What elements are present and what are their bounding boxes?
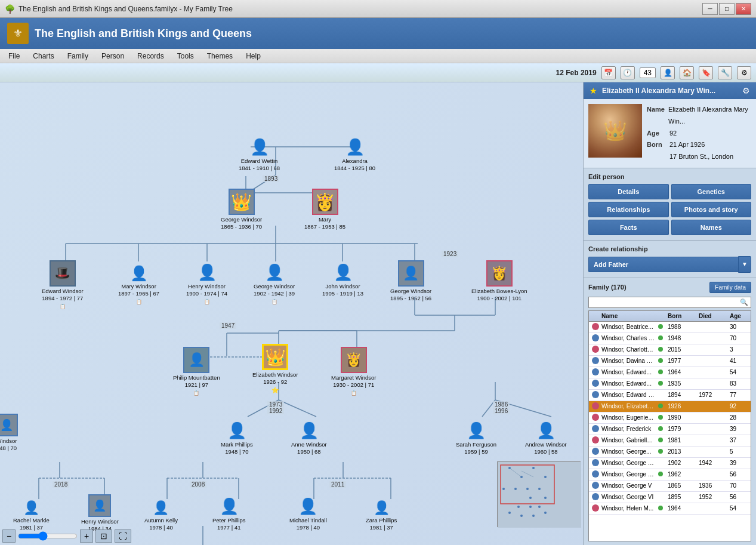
fullscreen-button[interactable]: ⛶ xyxy=(115,529,131,543)
node-alexandra[interactable]: 👤 Alexandra1844 - 1925 | 80 xyxy=(334,135,375,173)
family-row[interactable]: Windsor, Helen M... 1964 54 xyxy=(589,503,751,515)
home-button[interactable]: 🏠 xyxy=(680,66,694,79)
family-row[interactable]: Windsor, Davina El... 1977 41 xyxy=(589,356,751,367)
family-row[interactable]: Windsor, Charlotte... 2015 3 xyxy=(589,344,751,356)
node-zara-phillips[interactable]: 👤 Zara Phillips1981 | 37 xyxy=(366,494,397,532)
photos-story-button[interactable]: Photos and story xyxy=(671,202,752,217)
minimize-button[interactable]: ─ xyxy=(702,3,718,15)
menu-tools[interactable]: Tools xyxy=(171,51,200,61)
add-father-dropdown[interactable]: ▼ xyxy=(738,256,751,273)
row-died xyxy=(697,417,728,418)
node-george-windsor-jr[interactable]: 👤 George Windsor1902 - 1942 | 39📋 xyxy=(254,260,295,305)
node-george-windsor-vi[interactable]: 👤 George Windsor1895 - 1952 | 56 xyxy=(390,260,431,303)
family-row[interactable]: Windsor, George VI 1895 1952 56 xyxy=(589,492,751,503)
node-george-windsor-sr[interactable]: 👑 George Windsor1865 - 1936 | 70 xyxy=(221,189,262,231)
family-data-button[interactable]: Family data xyxy=(709,282,751,293)
menu-family[interactable]: Family xyxy=(61,51,94,61)
tree-area[interactable]: 👤 Edward Wettin1841 - 1910 | 68 👤 Alexan… xyxy=(0,82,583,545)
settings-button[interactable]: ⚙ xyxy=(737,66,751,79)
node-margaret-windsor[interactable]: 👸 Margaret Windsor1930 - 2002 | 71📋 xyxy=(331,347,377,396)
menu-records[interactable]: Records xyxy=(131,51,170,61)
calendar-button[interactable]: 📅 xyxy=(601,66,616,79)
node-philip-mountbatten[interactable]: 👤 Philip Mountbatten1921 | 97📋 xyxy=(173,347,220,396)
row-alive xyxy=(656,334,666,342)
menu-person[interactable]: Person xyxy=(95,51,130,61)
genetics-button[interactable]: Genetics xyxy=(671,184,752,199)
family-search-box[interactable]: 🔍 xyxy=(588,297,751,308)
clock-button[interactable]: 🕐 xyxy=(621,66,635,79)
relationships-button[interactable]: Relationships xyxy=(588,202,669,217)
right-panel: ★ Elizabeth II Alexandra Mary Win... ⚙ 👑… xyxy=(583,82,756,545)
family-row[interactable]: Windsor, Frederick 1979 39 xyxy=(589,424,751,435)
facts-button[interactable]: Facts xyxy=(588,220,669,235)
node-andrew-windsor[interactable]: 👤 Andrew Windsor1960 | 58 xyxy=(525,418,567,456)
row-age: 70 xyxy=(728,334,749,342)
row-age: 83 xyxy=(728,380,749,387)
menu-themes[interactable]: Themes xyxy=(201,51,239,61)
node-henry-windsor[interactable]: 👤 Henry Windsor1900 - 1974 | 74📋 xyxy=(186,260,227,305)
row-age: 28 xyxy=(728,414,749,421)
row-name: Windsor, Charles P... xyxy=(600,334,656,342)
row-age: 5 xyxy=(728,448,749,455)
node-sarah-ferguson[interactable]: 👤 Sarah Ferguson1959 | 59 xyxy=(456,418,496,456)
zoom-in-button[interactable]: + xyxy=(80,529,93,543)
family-row[interactable]: Windsor, Beatrice... 1988 30 xyxy=(589,322,751,333)
details-button[interactable]: Details xyxy=(588,184,669,199)
person-photo[interactable]: 👑 xyxy=(588,104,642,158)
node-mary[interactable]: 👸 Mary1867 - 1953 | 85 xyxy=(304,189,345,231)
family-row[interactable]: Windsor, George P... 1962 56 xyxy=(589,469,751,481)
node-elizabeth-windsor[interactable]: 👑 Elizabeth Windsor1926 - 92⭐ xyxy=(252,344,298,394)
close-button[interactable]: ✕ xyxy=(736,3,751,15)
family-row[interactable]: Windsor, Eugenie... 1990 28 xyxy=(589,412,751,424)
fit-button[interactable]: ⊡ xyxy=(95,529,112,543)
node-edward-windsor[interactable]: 🎩 Edward Windsor1894 - 1972 | 77📋 xyxy=(42,260,84,310)
family-row[interactable]: Windsor, George E... 1902 1942 39 xyxy=(589,458,751,469)
node-anne-windsor[interactable]: 👤 Anne Windsor1950 | 68 xyxy=(291,418,327,456)
add-father-button[interactable]: Add Father xyxy=(588,257,738,272)
node-rachel-markle[interactable]: 👤 Rachel Markle1981 | 37 xyxy=(13,494,50,532)
family-row[interactable]: Windsor, George... 2013 5 xyxy=(589,447,751,458)
family-table-body[interactable]: Windsor, Beatrice... 1988 30 Windsor, Ch… xyxy=(589,322,751,538)
label-elizabeth-windsor: Elizabeth Windsor1926 - 92⭐ xyxy=(252,371,298,394)
menu-charts[interactable]: Charts xyxy=(27,51,60,61)
zoom-out-button[interactable]: − xyxy=(2,529,16,543)
family-row[interactable]: Windsor, Edward... 1935 83 xyxy=(589,378,751,390)
family-search-input[interactable] xyxy=(591,298,740,306)
node-michael-tindall[interactable]: 👤 Michael Tindall1978 | 40 xyxy=(289,494,327,532)
family-row[interactable]: Windsor, Gabriella... 1981 37 xyxy=(589,435,751,447)
family-row[interactable]: Windsor, Edward... 1964 54 xyxy=(589,367,751,378)
menu-help[interactable]: Help xyxy=(240,51,267,61)
restore-button[interactable]: □ xyxy=(719,3,735,15)
col-died-header: Died xyxy=(697,312,728,320)
names-button[interactable]: Names xyxy=(671,220,752,235)
family-row[interactable]: Windsor, George V 1865 1936 70 xyxy=(589,481,751,492)
node-henry-windsor2[interactable]: 👤 Henry Windsor1984 | 34 xyxy=(81,494,119,533)
bookmark-button[interactable]: 🔖 xyxy=(699,66,713,79)
family-row[interactable]: Windsor, Elizabeth... 1926 92 xyxy=(589,401,751,412)
person-settings-icon[interactable]: ⚙ xyxy=(742,86,750,96)
row-born: 1990 xyxy=(666,414,697,421)
node-elizabeth-bowes-lyon[interactable]: 👸 Elizabeth Bowes-Lyon1900 - 2002 | 101 xyxy=(471,260,527,303)
row-name: Windsor, George E... xyxy=(600,459,656,467)
label-autumn-kelly: Autumn Kelly1978 | 40 xyxy=(144,517,178,532)
age-label: Age xyxy=(647,128,666,140)
row-born: 2015 xyxy=(666,346,697,353)
person-button[interactable]: 👤 xyxy=(661,66,675,79)
zoom-slider[interactable] xyxy=(18,531,78,541)
tools-button[interactable]: 🔧 xyxy=(718,66,732,79)
node-john-windsor[interactable]: 👤 John Windsor1905 - 1919 | 13 xyxy=(322,260,363,298)
node-edward-wettin[interactable]: 👤 Edward Wettin1841 - 1910 | 68 xyxy=(239,135,280,173)
node-mary-windsor[interactable]: 👤 Mary Windsor1897 - 1965 | 67📋 xyxy=(118,260,159,305)
family-row[interactable]: Windsor, Charles P... 1948 70 xyxy=(589,333,751,344)
node-mark-phillips[interactable]: 👤 Mark Phillips1948 | 70 xyxy=(221,418,253,456)
node-peter-phillips[interactable]: 👤 Peter Phillips1977 | 41 xyxy=(212,494,245,532)
label-sarah-ferguson: Sarah Ferguson1959 | 59 xyxy=(456,441,496,456)
family-row[interactable]: Windsor, Edward V... 1894 1972 77 xyxy=(589,390,751,401)
menu-file[interactable]: File xyxy=(2,51,26,61)
age-value: 92 xyxy=(669,128,677,140)
row-alive xyxy=(656,436,666,444)
node-autumn-kelly[interactable]: 👤 Autumn Kelly1978 | 40 xyxy=(144,494,178,532)
row-alive xyxy=(656,485,666,487)
node-windsor-left[interactable]: 👤 Windsor948 | 70 xyxy=(0,414,18,452)
row-person-icon xyxy=(590,436,600,445)
